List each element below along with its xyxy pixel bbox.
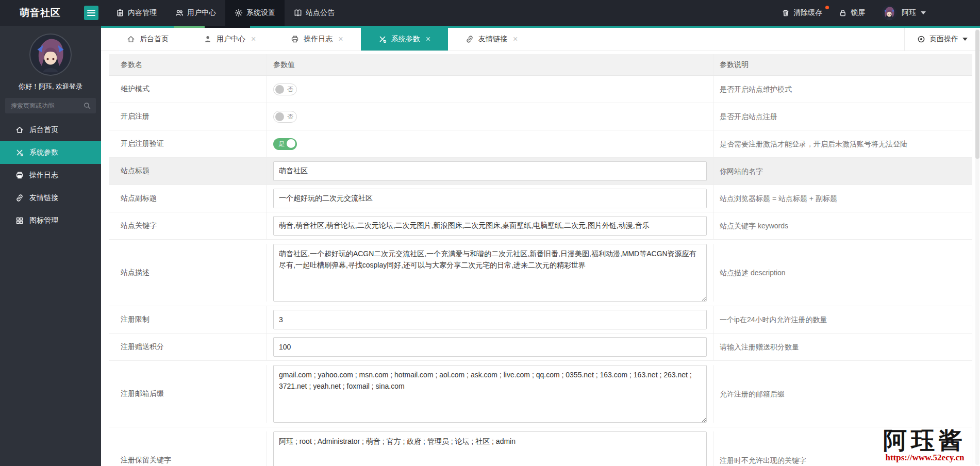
table-body: 维护模式否是否开启站点维护模式开启注册否是否开启站点注册开启注册验证是是否需要注… (109, 76, 972, 466)
param-description: 站点关键字 keywords (713, 212, 972, 239)
param-description: 是否开启站点维护模式 (713, 76, 972, 103)
table-row-register-points: 注册赠送积分请输入注册赠送积分数量 (109, 334, 972, 361)
sidebar-item-label: 图标管理 (29, 216, 58, 225)
input-site-subtitle[interactable] (273, 189, 707, 208)
main-content: 后台首页用户中心×操作日志×系统参数×友情链接× 页面操作 参数名 参数值 参数… (101, 26, 980, 466)
avatar (29, 34, 72, 76)
lock-screen-button[interactable]: 锁屏 (839, 8, 865, 18)
search-icon[interactable] (83, 102, 91, 110)
printer-icon (291, 35, 299, 43)
user-icon (204, 35, 212, 43)
input-site-keywords[interactable] (273, 216, 707, 236)
param-value-cell: 否 (267, 76, 713, 103)
sidebar-item-operation-log[interactable]: 操作日志 (0, 164, 101, 187)
toggle-knob (287, 139, 295, 148)
vertical-scrollbar[interactable] (975, 29, 979, 465)
nav-item-site-announcement[interactable]: 站点公告 (285, 0, 344, 26)
toggle-maintenance-mode[interactable]: 否 (273, 84, 297, 95)
navbar-right: 清除缓存 锁屏 阿珏 (782, 0, 980, 26)
sidebar-item-icon-management[interactable]: 图标管理 (0, 209, 101, 232)
param-name: 注册限制 (109, 306, 267, 333)
input-site-title[interactable] (273, 161, 707, 181)
param-description: 一个ip在24小时内允许注册的数量 (713, 306, 972, 333)
tab-friend-links[interactable]: 友情链接× (448, 28, 535, 51)
toggle-state-label: 否 (287, 112, 293, 121)
param-value-cell (267, 244, 713, 302)
trash-icon (782, 9, 790, 17)
tools-icon (378, 35, 387, 43)
close-tab-icon[interactable]: × (338, 35, 343, 43)
tab-system-params[interactable]: 系统参数× (361, 28, 448, 51)
param-value-cell (267, 306, 713, 333)
toggle-enable-register[interactable]: 否 (273, 111, 297, 123)
input-register-limit[interactable] (273, 310, 707, 329)
nav-item-content-management[interactable]: 内容管理 (107, 0, 166, 26)
table-row-register-verify: 开启注册验证是是否需要注册激活才能登录，开启后未激活账号将无法登陆 (109, 130, 972, 158)
clear-cache-label: 清除缓存 (793, 8, 822, 18)
close-tab-icon[interactable]: × (426, 35, 430, 43)
user-menu[interactable]: 阿珏 (882, 5, 926, 21)
sidebar-search (5, 98, 96, 113)
page-actions-label: 页面操作 (929, 35, 958, 44)
param-description: 注册时不允许出现的关键字 (713, 431, 972, 466)
tab-user-center[interactable]: 用户中心× (186, 28, 273, 51)
tab-bar: 后台首页用户中心×操作日志×系统参数×友情链接× 页面操作 (101, 28, 980, 51)
notification-dot (825, 6, 829, 9)
param-value-cell (267, 334, 713, 360)
nav-item-label: 内容管理 (128, 8, 157, 18)
param-value-cell: 是 (267, 130, 713, 157)
textarea-register-email-suffix[interactable] (273, 365, 707, 423)
accent-strip (101, 26, 980, 28)
sidebar: 你好！阿珏, 欢迎登录 后台首页系统参数操作日志友情链接图标管理 (0, 26, 101, 466)
sidebar-item-label: 后台首页 (29, 125, 58, 135)
param-description: 站点描述 description (713, 244, 972, 302)
param-name: 注册邮箱后缀 (109, 365, 267, 423)
toggle-register-verify[interactable]: 是 (273, 138, 297, 150)
column-header: 参数名 (109, 54, 267, 75)
sidebar-item-system-params[interactable]: 系统参数 (0, 141, 101, 164)
param-name: 开启注册验证 (109, 130, 267, 157)
tab-label: 后台首页 (140, 35, 169, 44)
page-actions-button[interactable]: 页面操作 (904, 28, 980, 51)
top-navbar: 萌音社区 内容管理用户中心系统设置站点公告 清除缓存 锁屏 阿珏 (0, 0, 980, 26)
tab-operation-log[interactable]: 操作日志× (273, 28, 360, 51)
settings-table: 参数名 参数值 参数说明 维护模式否是否开启站点维护模式开启注册否是否开启站点注… (109, 54, 972, 466)
sidebar-item-dashboard[interactable]: 后台首页 (0, 119, 101, 141)
close-tab-icon[interactable]: × (251, 35, 256, 43)
tab-label: 用户中心 (217, 35, 245, 44)
clipboard-icon (116, 9, 124, 17)
param-name: 站点副标题 (109, 185, 267, 212)
hamburger-menu-button[interactable] (84, 6, 98, 20)
param-name: 站点描述 (109, 244, 267, 302)
close-tab-icon[interactable]: × (513, 35, 518, 43)
input-register-points[interactable] (273, 337, 707, 357)
param-name: 开启注册 (109, 103, 267, 130)
param-description: 是否开启站点注册 (713, 103, 972, 130)
param-name: 站点关键字 (109, 212, 267, 239)
chevron-down-icon (921, 11, 926, 14)
tab-label: 友情链接 (478, 35, 507, 44)
param-value-cell (267, 431, 713, 466)
brand-logo: 萌音社区 (0, 0, 84, 26)
tab-dashboard[interactable]: 后台首页 (109, 28, 186, 51)
table-row-register-limit: 注册限制一个ip在24小时内允许注册的数量 (109, 306, 972, 334)
param-value-cell (267, 212, 713, 239)
param-description: 是否需要注册激活才能登录，开启后未激活账号将无法登陆 (713, 130, 972, 157)
clear-cache-button[interactable]: 清除缓存 (782, 8, 822, 18)
table-row-register-reserved-words: 注册保留关键字注册时不允许出现的关键字 (109, 427, 972, 466)
nav-item-system-settings[interactable]: 系统设置 (225, 0, 285, 26)
dot-circle-icon (917, 35, 925, 43)
sidebar-item-label: 操作日志 (29, 171, 58, 180)
textarea-register-reserved-words[interactable] (273, 431, 707, 466)
lock-icon (839, 9, 847, 17)
sidebar-item-friend-links[interactable]: 友情链接 (0, 187, 101, 209)
nav-item-user-center[interactable]: 用户中心 (166, 0, 225, 26)
textarea-site-description[interactable] (273, 244, 707, 302)
nav-item-label: 系统设置 (246, 8, 275, 18)
home-icon (127, 35, 135, 43)
param-description: 允许注册的邮箱后缀 (713, 365, 972, 423)
avatar (882, 5, 897, 21)
param-description: 站点浏览器标题 = 站点标题 + 副标题 (713, 185, 972, 212)
navbar-menu: 内容管理用户中心系统设置站点公告 (107, 0, 344, 26)
search-input[interactable] (10, 102, 80, 110)
